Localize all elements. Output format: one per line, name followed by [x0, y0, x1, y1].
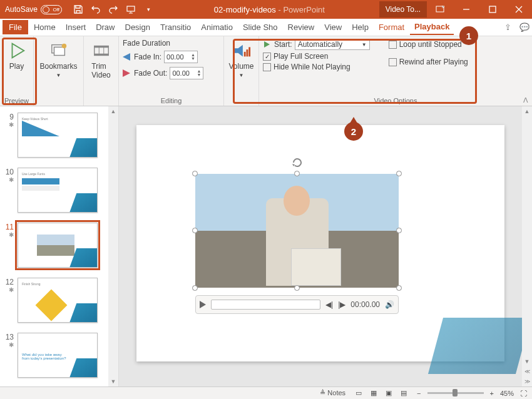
next-slide-icon[interactable]: ≫: [522, 376, 532, 386]
callout-1: 1: [459, 26, 478, 45]
volume-icon[interactable]: 🔊: [385, 300, 394, 309]
tab-review[interactable]: Review: [284, 20, 319, 34]
workspace: 9✱ Keep Videos Short 10✱ Use Large Fonts…: [0, 106, 532, 386]
step-back-icon[interactable]: ◀|: [325, 300, 333, 309]
tab-slideshow[interactable]: Slide Sho: [238, 20, 282, 34]
svg-rect-10: [246, 49, 248, 56]
tab-insert[interactable]: Insert: [61, 20, 91, 34]
tab-home[interactable]: Home: [29, 20, 60, 34]
group-video-options-label: Video Options: [259, 97, 532, 104]
svg-rect-2: [489, 6, 496, 13]
undo-icon[interactable]: [91, 4, 101, 14]
resize-handle[interactable]: [294, 285, 300, 291]
video-seek-track[interactable]: [211, 300, 320, 310]
resize-handle[interactable]: [192, 285, 198, 291]
thumbnail-slide-10[interactable]: 10✱ Use Large Fonts: [0, 165, 118, 220]
resize-handle[interactable]: [396, 171, 402, 176]
fade-out-spinner[interactable]: 00.00 ▲▼: [170, 67, 203, 79]
trim-video-label: Trim Video: [91, 62, 110, 79]
zoom-in-button[interactable]: +: [490, 390, 494, 397]
play-icon[interactable]: [200, 301, 206, 308]
thumbnail-slide-12[interactable]: 12✱ Finish Strong: [0, 275, 118, 330]
close-button[interactable]: [506, 0, 532, 19]
maximize-button[interactable]: [479, 0, 506, 19]
context-tab-video-tools[interactable]: Video To...: [379, 1, 427, 18]
scroll-up-icon[interactable]: ▲: [108, 106, 118, 116]
trim-video-button[interactable]: Trim Video: [88, 39, 115, 82]
share-icon[interactable]: ⇪: [501, 23, 514, 32]
resize-handle[interactable]: [294, 171, 300, 176]
redo-icon[interactable]: [108, 4, 118, 14]
fade-in-label: Fade In:: [134, 53, 161, 61]
play-button[interactable]: Play: [4, 39, 29, 73]
loop-until-stopped-checkbox[interactable]: Loop until Stopped: [389, 40, 468, 49]
zoom-out-button[interactable]: −: [417, 390, 421, 397]
resize-handle[interactable]: [192, 171, 198, 176]
slide-thumbnails-pane[interactable]: 9✱ Keep Videos Short 10✱ Use Large Fonts…: [0, 106, 119, 386]
group-preview-label: Preview: [0, 97, 33, 104]
view-buttons: ▭ ▦ ▣ ▤: [352, 388, 411, 398]
video-frame[interactable]: [195, 174, 399, 288]
tab-help[interactable]: Help: [347, 20, 373, 34]
zoom-level[interactable]: 45%: [500, 390, 514, 397]
ribbon-playback: Play Preview Bookmarks ▼ Trim Video Fade…: [0, 36, 532, 106]
resize-handle[interactable]: [396, 228, 402, 233]
slide[interactable]: ◀| |▶ 00:00.00 🔊: [136, 125, 504, 361]
slide-canvas-area[interactable]: ◀| |▶ 00:00.00 🔊 ▲ ▼ ≪ ≫: [119, 106, 532, 386]
scroll-up-icon[interactable]: ▲: [522, 106, 532, 116]
zoom-slider[interactable]: [427, 392, 484, 394]
qat-more-icon[interactable]: ▾: [143, 4, 153, 14]
ribbon-display-options-icon[interactable]: [427, 0, 453, 19]
collapse-ribbon-icon[interactable]: ᐱ: [523, 96, 528, 104]
thumbnails-scrollbar[interactable]: ▲ ▼: [108, 106, 118, 386]
tab-transitions[interactable]: Transitio: [156, 20, 195, 34]
comments-icon[interactable]: 💬: [516, 23, 529, 32]
tab-view[interactable]: View: [320, 20, 346, 34]
normal-view-icon[interactable]: ▭: [352, 388, 366, 398]
scroll-down-icon[interactable]: ▼: [522, 356, 532, 366]
chevron-down-icon: ▼: [56, 73, 61, 78]
quick-access-toolbar: ▾: [67, 4, 160, 14]
ribbon-tabs: File Home Insert Draw Design Transitio A…: [0, 19, 532, 36]
present-icon[interactable]: [126, 4, 136, 14]
fit-to-window-icon[interactable]: ⛶: [520, 390, 527, 397]
hide-while-not-playing-checkbox[interactable]: Hide While Not Playing: [263, 63, 370, 71]
tab-animations[interactable]: Animatio: [197, 20, 237, 34]
minimize-button[interactable]: [453, 0, 479, 19]
thumbnail-slide-9[interactable]: 9✱ Keep Videos Short: [0, 110, 118, 165]
volume-button[interactable]: Volume ▼: [228, 39, 255, 81]
tab-format[interactable]: Format: [374, 20, 409, 34]
checkbox-icon: [389, 58, 397, 66]
start-dropdown[interactable]: Automatically ▼: [295, 39, 370, 50]
bookmarks-button[interactable]: Bookmarks ▼: [38, 39, 79, 81]
slide-sorter-view-icon[interactable]: ▦: [367, 388, 381, 398]
tab-draw[interactable]: Draw: [91, 20, 119, 34]
checkbox-icon: [389, 41, 397, 49]
start-value: Automatically: [298, 40, 342, 49]
save-icon[interactable]: [73, 4, 83, 14]
autosave-label: AutoSave: [5, 5, 38, 14]
step-forward-icon[interactable]: |▶: [338, 300, 345, 309]
thumbnail-slide-13[interactable]: 13✱ What did you take awayfrom today's p…: [0, 330, 118, 385]
resize-handle[interactable]: [396, 285, 402, 291]
thumbnail-slide-11[interactable]: 11✱: [0, 220, 118, 275]
reading-view-icon[interactable]: ▣: [382, 388, 396, 398]
slideshow-view-icon[interactable]: ▤: [397, 388, 411, 398]
fade-in-spinner[interactable]: 00.00 ▲▼: [164, 51, 198, 63]
fade-duration-label: Fade Duration: [123, 39, 220, 48]
notes-button[interactable]: ≜ Notes: [320, 389, 345, 397]
tab-file[interactable]: File: [3, 20, 28, 34]
scroll-down-icon[interactable]: ▼: [108, 376, 118, 386]
rewind-after-playing-checkbox[interactable]: Rewind after Playing: [389, 58, 468, 66]
resize-handle[interactable]: [192, 228, 198, 233]
canvas-vertical-scrollbar[interactable]: ▲ ▼ ≪ ≫: [522, 106, 532, 386]
tab-playback[interactable]: Playback: [410, 19, 454, 35]
play-icon: [263, 41, 272, 48]
video-object[interactable]: ◀| |▶ 00:00.00 🔊: [195, 174, 399, 314]
autosave-switch[interactable]: Off: [41, 5, 62, 14]
prev-slide-icon[interactable]: ≪: [522, 366, 532, 376]
play-full-screen-checkbox[interactable]: ✓ Play Full Screen: [263, 52, 370, 61]
window-title: 02-modify-videos - PowerPoint: [160, 5, 379, 14]
autosave-toggle[interactable]: AutoSave Off: [0, 5, 67, 14]
tab-design[interactable]: Design: [121, 20, 155, 34]
